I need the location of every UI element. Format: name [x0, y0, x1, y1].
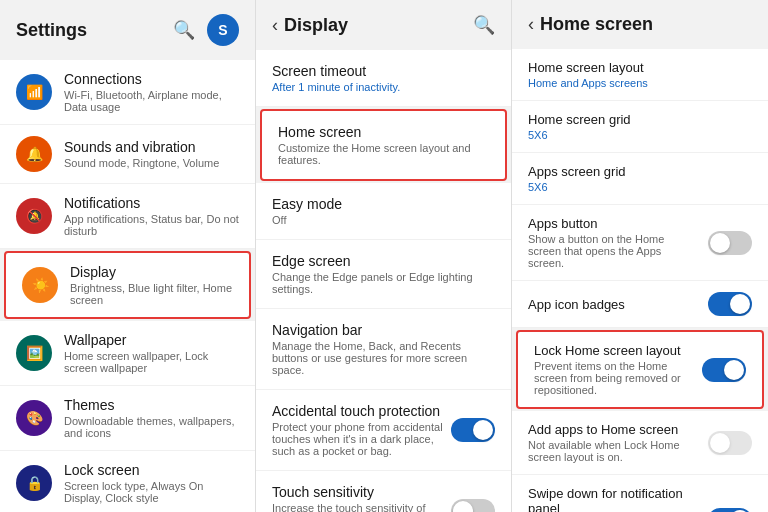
right-item-home-screen-grid[interactable]: Home screen grid 5X6 — [512, 101, 768, 153]
item-subtitle: Brightness, Blue light filter, Home scre… — [70, 282, 233, 306]
mid-item-title: Screen timeout — [272, 63, 495, 79]
right-list: Home screen layout Home and Apps screens… — [512, 49, 768, 512]
item-icon: 🔒 — [16, 465, 52, 501]
toggle-apps-button[interactable] — [708, 231, 752, 255]
mid-item-title: Navigation bar — [272, 322, 495, 338]
right-item-subtitle: 5X6 — [528, 181, 744, 193]
settings-item-sounds-and-vibration[interactable]: 🔔 Sounds and vibration Sound mode, Ringt… — [0, 125, 255, 184]
right-item-swipe-down-for-notification-panel[interactable]: Swipe down for notification panel Open t… — [512, 475, 768, 512]
mid-item-accidental-touch-protection[interactable]: Accidental touch protection Protect your… — [256, 390, 511, 471]
right-item-text: Swipe down for notification panel Open t… — [528, 486, 700, 512]
mid-item-subtitle: Customize the Home screen layout and fea… — [278, 142, 489, 166]
settings-item-connections[interactable]: 📶 Connections Wi-Fi, Bluetooth, Airplane… — [0, 60, 255, 125]
item-title: Sounds and vibration — [64, 139, 239, 155]
item-text: Wallpaper Home screen wallpaper, Lock sc… — [64, 332, 239, 374]
right-item-text: Add apps to Home screen Not available wh… — [528, 422, 700, 463]
item-text: Sounds and vibration Sound mode, Rington… — [64, 139, 239, 169]
back-icon-right[interactable]: ‹ — [528, 14, 534, 35]
mid-item-easy-mode[interactable]: Easy mode Off — [256, 183, 511, 240]
right-panel: ‹ Home screen Home screen layout Home an… — [512, 0, 768, 512]
mid-item-subtitle: Increase the touch sensitivity of the sc… — [272, 502, 443, 512]
item-subtitle: Screen lock type, Always On Display, Clo… — [64, 480, 239, 504]
right-item-subtitle: Show a button on the Home screen that op… — [528, 233, 700, 269]
toggle-swipe-down-for-notification-panel[interactable] — [708, 508, 752, 512]
settings-item-display[interactable]: ☀️ Display Brightness, Blue light filter… — [4, 251, 251, 319]
mid-item-subtitle: After 1 minute of inactivity. — [272, 81, 495, 93]
right-item-text: Apps screen grid 5X6 — [528, 164, 744, 193]
middle-header: ‹ Display 🔍 — [256, 0, 511, 50]
mid-item-title: Touch sensitivity — [272, 484, 443, 500]
item-subtitle: Sound mode, Ringtone, Volume — [64, 157, 239, 169]
toggle-add-apps-to-home-screen[interactable] — [708, 431, 752, 455]
mid-item-text: Accidental touch protection Protect your… — [272, 403, 443, 457]
middle-header-left: ‹ Display — [272, 15, 348, 36]
settings-list: 📶 Connections Wi-Fi, Bluetooth, Airplane… — [0, 60, 255, 512]
item-icon: 🔔 — [16, 136, 52, 172]
right-item-add-apps-to-home-screen[interactable]: Add apps to Home screen Not available wh… — [512, 411, 768, 475]
item-text: Notifications App notifications, Status … — [64, 195, 239, 237]
middle-title: Display — [284, 15, 348, 36]
mid-item-title: Easy mode — [272, 196, 495, 212]
item-title: Wallpaper — [64, 332, 239, 348]
back-icon[interactable]: ‹ — [272, 15, 278, 36]
search-icon-middle[interactable]: 🔍 — [473, 14, 495, 36]
mid-item-subtitle: Protect your phone from accidental touch… — [272, 421, 443, 457]
right-item-apps-button[interactable]: Apps button Show a button on the Home sc… — [512, 205, 768, 281]
settings-item-themes[interactable]: 🎨 Themes Downloadable themes, wallpapers… — [0, 386, 255, 451]
mid-item-home-screen[interactable]: Home screen Customize the Home screen la… — [260, 109, 507, 181]
mid-item-subtitle: Off — [272, 214, 495, 226]
right-item-text: App icon badges — [528, 297, 700, 312]
toggle-accidental-touch-protection[interactable] — [451, 418, 495, 442]
mid-item-subtitle: Change the Edge panels or Edge lighting … — [272, 271, 495, 295]
right-item-app-icon-badges[interactable]: App icon badges — [512, 281, 768, 328]
item-title: Display — [70, 264, 233, 280]
item-text: Connections Wi-Fi, Bluetooth, Airplane m… — [64, 71, 239, 113]
right-item-title: Home screen grid — [528, 112, 744, 127]
right-item-apps-screen-grid[interactable]: Apps screen grid 5X6 — [512, 153, 768, 205]
settings-item-wallpaper[interactable]: 🖼️ Wallpaper Home screen wallpaper, Lock… — [0, 321, 255, 386]
item-subtitle: Wi-Fi, Bluetooth, Airplane mode, Data us… — [64, 89, 239, 113]
middle-list: Screen timeout After 1 minute of inactiv… — [256, 50, 511, 512]
right-item-title: Lock Home screen layout — [534, 343, 694, 358]
right-item-lock-home-screen-layout[interactable]: Lock Home screen layout Prevent items on… — [516, 330, 764, 409]
mid-item-title: Home screen — [278, 124, 489, 140]
toggle-app-icon-badges[interactable] — [708, 292, 752, 316]
right-item-subtitle: Not available when Lock Home screen layo… — [528, 439, 700, 463]
mid-item-edge-screen[interactable]: Edge screen Change the Edge panels or Ed… — [256, 240, 511, 309]
right-item-text: Home screen grid 5X6 — [528, 112, 744, 141]
right-item-title: Add apps to Home screen — [528, 422, 700, 437]
right-header: ‹ Home screen — [512, 0, 768, 49]
left-panel: Settings 🔍 S 📶 Connections Wi-Fi, Blueto… — [0, 0, 256, 512]
settings-item-notifications[interactable]: 🔕 Notifications App notifications, Statu… — [0, 184, 255, 249]
mid-item-navigation-bar[interactable]: Navigation bar Manage the Home, Back, an… — [256, 309, 511, 390]
item-icon: 🎨 — [16, 400, 52, 436]
item-title: Notifications — [64, 195, 239, 211]
item-text: Display Brightness, Blue light filter, H… — [70, 264, 233, 306]
settings-item-lock-screen[interactable]: 🔒 Lock screen Screen lock type, Always O… — [0, 451, 255, 512]
right-item-subtitle: Prevent items on the Home screen from be… — [534, 360, 694, 396]
right-item-title: Home screen layout — [528, 60, 744, 75]
item-text: Lock screen Screen lock type, Always On … — [64, 462, 239, 504]
right-item-home-screen-layout[interactable]: Home screen layout Home and Apps screens — [512, 49, 768, 101]
toggle-touch-sensitivity[interactable] — [451, 499, 495, 512]
mid-item-title: Accidental touch protection — [272, 403, 443, 419]
item-title: Themes — [64, 397, 239, 413]
avatar[interactable]: S — [207, 14, 239, 46]
right-item-text: Home screen layout Home and Apps screens — [528, 60, 744, 89]
mid-item-screen-timeout[interactable]: Screen timeout After 1 minute of inactiv… — [256, 50, 511, 107]
mid-item-row: Accidental touch protection Protect your… — [272, 403, 495, 457]
right-header-left: ‹ Home screen — [528, 14, 653, 35]
item-subtitle: Downloadable themes, wallpapers, and ico… — [64, 415, 239, 439]
right-item-title: Swipe down for notification panel — [528, 486, 700, 512]
mid-item-touch-sensitivity[interactable]: Touch sensitivity Increase the touch sen… — [256, 471, 511, 512]
mid-item-row: Touch sensitivity Increase the touch sen… — [272, 484, 495, 512]
toggle-lock-home-screen-layout[interactable] — [702, 358, 746, 382]
right-item-title: Apps button — [528, 216, 700, 231]
search-icon[interactable]: 🔍 — [173, 19, 195, 41]
item-icon: 📶 — [16, 74, 52, 110]
right-item-title: Apps screen grid — [528, 164, 744, 179]
right-item-subtitle: 5X6 — [528, 129, 744, 141]
header-icons: 🔍 S — [173, 14, 239, 46]
mid-item-title: Edge screen — [272, 253, 495, 269]
right-title: Home screen — [540, 14, 653, 35]
